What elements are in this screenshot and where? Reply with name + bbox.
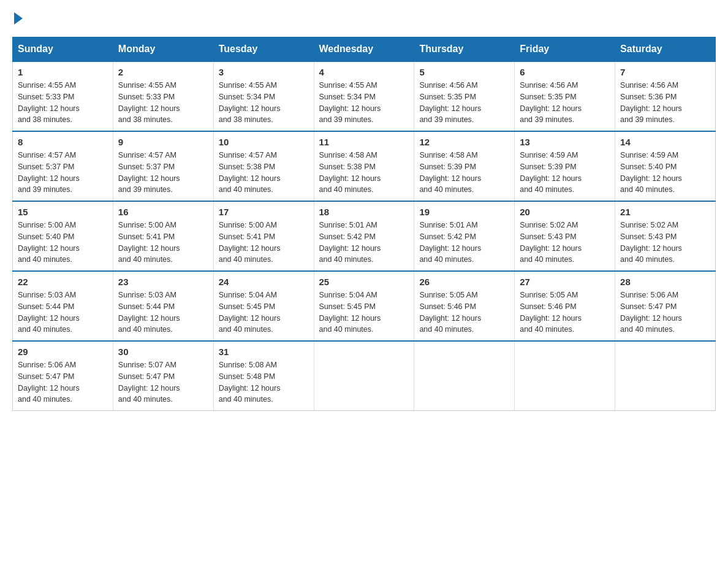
- column-header-wednesday: Wednesday: [314, 37, 414, 62]
- calendar-cell: [414, 341, 515, 411]
- calendar-cell: [314, 341, 414, 411]
- logo-blue-text: [12, 12, 23, 25]
- column-header-sunday: Sunday: [13, 37, 113, 62]
- day-info: Sunrise: 5:00 AMSunset: 5:41 PMDaylight:…: [118, 221, 180, 264]
- day-number: 13: [520, 137, 610, 147]
- calendar-cell: 15 Sunrise: 5:00 AMSunset: 5:40 PMDaylig…: [13, 201, 113, 271]
- calendar-cell: 25 Sunrise: 5:04 AMSunset: 5:45 PMDaylig…: [314, 271, 414, 341]
- calendar-table: SundayMondayTuesdayWednesdayThursdayFrid…: [12, 37, 716, 411]
- day-info: Sunrise: 5:06 AMSunset: 5:47 PMDaylight:…: [18, 361, 80, 404]
- calendar-week-row: 22 Sunrise: 5:03 AMSunset: 5:44 PMDaylig…: [13, 271, 716, 341]
- calendar-cell: 18 Sunrise: 5:01 AMSunset: 5:42 PMDaylig…: [314, 201, 414, 271]
- column-header-friday: Friday: [515, 37, 615, 62]
- day-number: 12: [419, 137, 509, 147]
- calendar-cell: 23 Sunrise: 5:03 AMSunset: 5:44 PMDaylig…: [113, 271, 213, 341]
- day-info: Sunrise: 4:56 AMSunset: 5:35 PMDaylight:…: [419, 81, 481, 124]
- calendar-cell: 1 Sunrise: 4:55 AMSunset: 5:33 PMDayligh…: [13, 61, 113, 131]
- day-number: 29: [18, 347, 108, 357]
- logo: [12, 12, 23, 25]
- day-info: Sunrise: 5:07 AMSunset: 5:47 PMDaylight:…: [118, 361, 180, 404]
- day-info: Sunrise: 4:57 AMSunset: 5:37 PMDaylight:…: [18, 151, 80, 194]
- day-number: 25: [319, 277, 409, 287]
- calendar-cell: 24 Sunrise: 5:04 AMSunset: 5:45 PMDaylig…: [213, 271, 314, 341]
- day-number: 23: [118, 277, 208, 287]
- calendar-header-row: SundayMondayTuesdayWednesdayThursdayFrid…: [13, 37, 716, 62]
- day-info: Sunrise: 5:08 AMSunset: 5:48 PMDaylight:…: [219, 361, 281, 404]
- day-info: Sunrise: 4:57 AMSunset: 5:38 PMDaylight:…: [219, 151, 281, 194]
- calendar-cell: 10 Sunrise: 4:57 AMSunset: 5:38 PMDaylig…: [213, 131, 314, 201]
- day-info: Sunrise: 4:59 AMSunset: 5:40 PMDaylight:…: [620, 151, 682, 194]
- calendar-cell: 2 Sunrise: 4:55 AMSunset: 5:33 PMDayligh…: [113, 61, 213, 131]
- day-number: 18: [319, 207, 409, 217]
- day-number: 7: [620, 67, 710, 77]
- day-info: Sunrise: 5:02 AMSunset: 5:43 PMDaylight:…: [620, 221, 682, 264]
- day-number: 10: [219, 137, 309, 147]
- logo-arrow-icon: [14, 12, 23, 25]
- calendar-cell: 29 Sunrise: 5:06 AMSunset: 5:47 PMDaylig…: [13, 341, 113, 411]
- day-number: 17: [219, 207, 309, 217]
- day-number: 16: [118, 207, 208, 217]
- calendar-cell: 5 Sunrise: 4:56 AMSunset: 5:35 PMDayligh…: [414, 61, 515, 131]
- day-info: Sunrise: 5:05 AMSunset: 5:46 PMDaylight:…: [520, 291, 582, 334]
- calendar-cell: 11 Sunrise: 4:58 AMSunset: 5:38 PMDaylig…: [314, 131, 414, 201]
- calendar-cell: 19 Sunrise: 5:01 AMSunset: 5:42 PMDaylig…: [414, 201, 515, 271]
- day-number: 14: [620, 137, 710, 147]
- day-number: 19: [419, 207, 509, 217]
- day-number: 1: [18, 67, 108, 77]
- calendar-cell: 31 Sunrise: 5:08 AMSunset: 5:48 PMDaylig…: [213, 341, 314, 411]
- day-info: Sunrise: 4:56 AMSunset: 5:36 PMDaylight:…: [620, 81, 682, 124]
- calendar-cell: 9 Sunrise: 4:57 AMSunset: 5:37 PMDayligh…: [113, 131, 213, 201]
- day-number: 4: [319, 67, 409, 77]
- calendar-cell: 27 Sunrise: 5:05 AMSunset: 5:46 PMDaylig…: [515, 271, 615, 341]
- day-info: Sunrise: 5:01 AMSunset: 5:42 PMDaylight:…: [319, 221, 381, 264]
- day-number: 20: [520, 207, 610, 217]
- calendar-week-row: 8 Sunrise: 4:57 AMSunset: 5:37 PMDayligh…: [13, 131, 716, 201]
- calendar-cell: 17 Sunrise: 5:00 AMSunset: 5:41 PMDaylig…: [213, 201, 314, 271]
- day-number: 11: [319, 137, 409, 147]
- column-header-monday: Monday: [113, 37, 213, 62]
- day-number: 22: [18, 277, 108, 287]
- day-number: 24: [219, 277, 309, 287]
- day-info: Sunrise: 5:03 AMSunset: 5:44 PMDaylight:…: [18, 291, 80, 334]
- day-number: 3: [219, 67, 309, 77]
- day-info: Sunrise: 5:06 AMSunset: 5:47 PMDaylight:…: [620, 291, 682, 334]
- calendar-cell: 12 Sunrise: 4:58 AMSunset: 5:39 PMDaylig…: [414, 131, 515, 201]
- day-info: Sunrise: 4:58 AMSunset: 5:38 PMDaylight:…: [319, 151, 381, 194]
- day-info: Sunrise: 5:01 AMSunset: 5:42 PMDaylight:…: [419, 221, 481, 264]
- day-info: Sunrise: 4:55 AMSunset: 5:34 PMDaylight:…: [219, 81, 281, 124]
- calendar-cell: [515, 341, 615, 411]
- day-info: Sunrise: 5:05 AMSunset: 5:46 PMDaylight:…: [419, 291, 481, 334]
- day-number: 30: [118, 347, 208, 357]
- day-number: 15: [18, 207, 108, 217]
- day-number: 28: [620, 277, 710, 287]
- day-number: 8: [18, 137, 108, 147]
- day-number: 21: [620, 207, 710, 217]
- calendar-cell: 8 Sunrise: 4:57 AMSunset: 5:37 PMDayligh…: [13, 131, 113, 201]
- day-info: Sunrise: 5:00 AMSunset: 5:41 PMDaylight:…: [219, 221, 281, 264]
- day-number: 5: [419, 67, 509, 77]
- calendar-week-row: 29 Sunrise: 5:06 AMSunset: 5:47 PMDaylig…: [13, 341, 716, 411]
- day-number: 27: [520, 277, 610, 287]
- calendar-cell: 21 Sunrise: 5:02 AMSunset: 5:43 PMDaylig…: [615, 201, 716, 271]
- calendar-cell: 6 Sunrise: 4:56 AMSunset: 5:35 PMDayligh…: [515, 61, 615, 131]
- column-header-tuesday: Tuesday: [213, 37, 314, 62]
- calendar-cell: 14 Sunrise: 4:59 AMSunset: 5:40 PMDaylig…: [615, 131, 716, 201]
- calendar-cell: 28 Sunrise: 5:06 AMSunset: 5:47 PMDaylig…: [615, 271, 716, 341]
- day-info: Sunrise: 5:03 AMSunset: 5:44 PMDaylight:…: [118, 291, 180, 334]
- column-header-thursday: Thursday: [414, 37, 515, 62]
- page-header: [12, 12, 716, 25]
- calendar-cell: 13 Sunrise: 4:59 AMSunset: 5:39 PMDaylig…: [515, 131, 615, 201]
- day-number: 9: [118, 137, 208, 147]
- calendar-cell: 4 Sunrise: 4:55 AMSunset: 5:34 PMDayligh…: [314, 61, 414, 131]
- calendar-cell: 30 Sunrise: 5:07 AMSunset: 5:47 PMDaylig…: [113, 341, 213, 411]
- day-info: Sunrise: 4:55 AMSunset: 5:33 PMDaylight:…: [18, 81, 80, 124]
- calendar-cell: 26 Sunrise: 5:05 AMSunset: 5:46 PMDaylig…: [414, 271, 515, 341]
- day-number: 2: [118, 67, 208, 77]
- day-info: Sunrise: 5:02 AMSunset: 5:43 PMDaylight:…: [520, 221, 582, 264]
- day-info: Sunrise: 4:57 AMSunset: 5:37 PMDaylight:…: [118, 151, 180, 194]
- calendar-week-row: 15 Sunrise: 5:00 AMSunset: 5:40 PMDaylig…: [13, 201, 716, 271]
- day-number: 26: [419, 277, 509, 287]
- calendar-cell: 20 Sunrise: 5:02 AMSunset: 5:43 PMDaylig…: [515, 201, 615, 271]
- day-info: Sunrise: 5:04 AMSunset: 5:45 PMDaylight:…: [319, 291, 381, 334]
- day-info: Sunrise: 4:55 AMSunset: 5:33 PMDaylight:…: [118, 81, 180, 124]
